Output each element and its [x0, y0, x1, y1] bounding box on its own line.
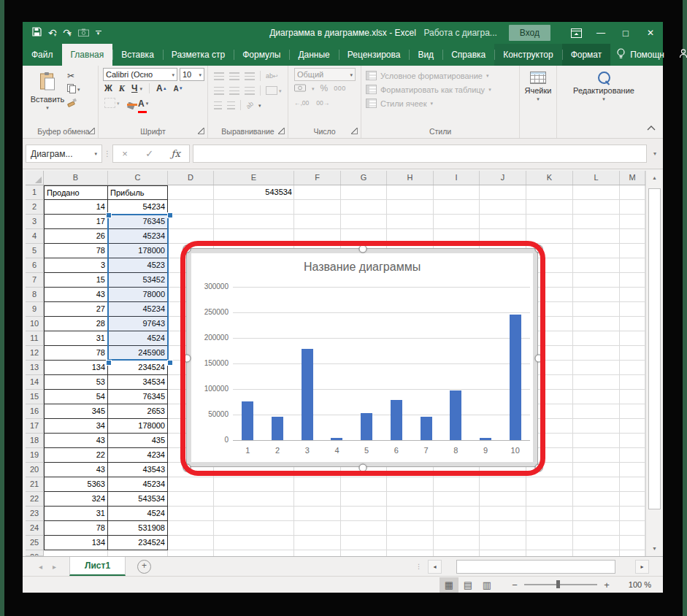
select-all-corner[interactable] — [26, 171, 44, 185]
selection-handle[interactable] — [106, 360, 112, 366]
percent-style-button[interactable]: % — [321, 83, 329, 93]
tab-help[interactable]: Справка — [442, 44, 494, 66]
chart-bar-10[interactable] — [510, 315, 521, 440]
prev-sheet-button[interactable]: ◂ — [39, 563, 42, 571]
cell-B25[interactable]: 134 — [44, 536, 108, 550]
tab-review[interactable]: Рецензирова — [339, 44, 410, 66]
font-dialog-launcher[interactable] — [198, 128, 204, 134]
cell-B16[interactable]: 345 — [44, 404, 108, 419]
orientation-button[interactable]: ab — [245, 100, 255, 110]
column-header-J[interactable]: J — [480, 171, 526, 185]
cut-button[interactable]: ✂ — [66, 69, 82, 82]
column-header-H[interactable]: H — [387, 171, 434, 185]
column-header-G[interactable]: G — [341, 171, 387, 185]
column-header-I[interactable]: I — [434, 171, 480, 185]
sheet-tab-list1[interactable]: Лист1 — [69, 557, 126, 576]
chart-bar-8[interactable] — [450, 390, 461, 440]
tab-formulas[interactable]: Формулы — [234, 44, 289, 66]
maximize-button[interactable]: □ — [613, 22, 638, 44]
underline-dropdown[interactable]: ▾ — [139, 87, 142, 91]
cells-button[interactable]: Ячейки ▾ — [520, 66, 556, 101]
decrease-decimal-button[interactable]: 00→ — [316, 99, 329, 107]
row-header-7[interactable]: 7 — [26, 273, 44, 288]
cell-B1[interactable]: Продано — [44, 185, 108, 200]
column-header-F[interactable]: F — [294, 171, 341, 185]
decrease-font-button[interactable]: А▼ — [174, 85, 183, 93]
row-header-20[interactable]: 20 — [26, 463, 44, 477]
enter-button[interactable]: ✓ — [145, 148, 153, 159]
increase-font-button[interactable]: А▲ — [156, 85, 167, 93]
page-layout-view-button[interactable]: ▤ — [458, 577, 477, 593]
tab-view[interactable]: Вид — [409, 44, 442, 66]
minimize-button[interactable]: — — [588, 22, 613, 44]
insert-function-button[interactable]: ƒx — [172, 148, 180, 159]
cell-B24[interactable]: 78 — [44, 521, 108, 536]
normal-view-button[interactable]: ▦ — [440, 577, 458, 593]
tab-chart-format[interactable]: Формат — [562, 44, 611, 66]
column-header-K[interactable]: K — [526, 171, 573, 185]
scroll-right-button[interactable]: ▸ — [635, 560, 649, 574]
cell-B10[interactable]: 28 — [44, 317, 108, 331]
font-name-combo[interactable]: Calibri (Осно▾ — [103, 68, 177, 81]
paste-button[interactable]: Вставить ▾ — [29, 66, 66, 110]
row-header-10[interactable]: 10 — [26, 317, 44, 331]
row-header-23[interactable]: 23 — [26, 507, 44, 521]
scroll-left-button[interactable]: ◂ — [428, 560, 442, 574]
collapse-ribbon-button[interactable] — [647, 120, 656, 134]
zoom-slider[interactable] — [524, 584, 597, 585]
row-header-3[interactable]: 3 — [26, 215, 44, 229]
cell-B15[interactable]: 54 — [44, 390, 108, 404]
row-header-16[interactable]: 16 — [26, 404, 44, 419]
cell-B12[interactable]: 78 — [44, 346, 108, 361]
row-header-25[interactable]: 25 — [26, 536, 44, 550]
row-header-19[interactable]: 19 — [26, 448, 44, 463]
chart-resize-handle[interactable] — [183, 464, 191, 472]
cell-B9[interactable]: 27 — [44, 302, 108, 317]
chart-resize-handle[interactable] — [535, 464, 543, 472]
row-header-1[interactable]: 1 — [26, 185, 44, 200]
selection-handle[interactable] — [106, 212, 112, 218]
cell-C24[interactable]: 531908 — [108, 521, 168, 536]
chart-bar-2[interactable] — [272, 417, 283, 440]
cancel-button[interactable]: × — [122, 148, 128, 159]
orientation-dropdown[interactable]: ▾ — [258, 104, 261, 107]
cell-B11[interactable]: 31 — [44, 331, 108, 346]
page-break-view-button[interactable]: ▥ — [477, 577, 496, 593]
cell-C1[interactable]: Прибыль — [108, 185, 168, 200]
cell-B6[interactable]: 3 — [44, 258, 108, 273]
cell-E1[interactable]: 543534 — [214, 185, 294, 200]
cell-C16[interactable]: 2653 — [108, 404, 168, 419]
number-dialog-launcher[interactable] — [351, 128, 358, 134]
chart-resize-handle[interactable] — [183, 245, 191, 253]
align-top-icon[interactable] — [214, 72, 224, 80]
cell-C19[interactable]: 4234 — [108, 448, 168, 463]
chart-resize-handle[interactable] — [535, 355, 543, 363]
editing-button[interactable]: Редактирование ▾ — [557, 66, 650, 101]
cell-C2[interactable]: 54234 — [108, 200, 168, 215]
chart-resize-handle[interactable] — [359, 245, 367, 253]
cell-B14[interactable]: 53 — [44, 375, 108, 390]
row-header-4[interactable]: 4 — [26, 229, 44, 244]
row-header-15[interactable]: 15 — [26, 390, 44, 404]
column-header-B[interactable]: B — [44, 171, 108, 185]
vertical-scroll-thumb[interactable] — [648, 188, 661, 509]
zoom-slider-thumb[interactable] — [556, 580, 560, 588]
undo-button[interactable]: ↶▾ — [48, 26, 56, 39]
save-icon[interactable] — [32, 26, 42, 39]
row-header-14[interactable]: 14 — [26, 375, 44, 390]
column-header-E[interactable]: E — [214, 171, 294, 185]
row-header-2[interactable]: 2 — [26, 200, 44, 215]
chart-bar-4[interactable] — [331, 438, 342, 440]
clipboard-dialog-launcher[interactable] — [88, 128, 95, 134]
row-header-6[interactable]: 6 — [26, 258, 44, 273]
font-color-button[interactable]: А▾ — [138, 96, 148, 109]
cell-B7[interactable]: 15 — [44, 273, 108, 288]
customize-qat-button[interactable]: ▾ — [96, 31, 101, 36]
decrease-indent-icon[interactable] — [214, 101, 222, 109]
wrap-text-button[interactable]: ab↩ — [266, 72, 278, 80]
increase-indent-icon[interactable] — [227, 101, 235, 109]
merge-center-button[interactable]: ▾ — [266, 86, 282, 95]
cell-B19[interactable]: 22 — [44, 448, 108, 463]
cell-C23[interactable]: 4524 — [108, 507, 168, 521]
tab-data[interactable]: Данные — [289, 44, 338, 66]
